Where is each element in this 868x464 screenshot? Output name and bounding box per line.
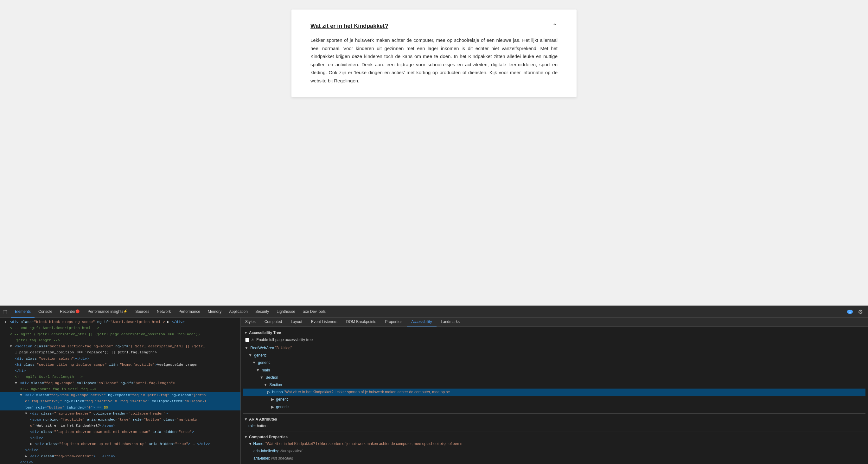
- faq-title-prefix: Wat zit er in het: [310, 23, 354, 29]
- faq-title-link: Kindpakket: [354, 23, 384, 29]
- chevron-up-icon[interactable]: ⌃: [552, 22, 558, 30]
- faq-title: Wat zit er in het Kindpakket?: [310, 23, 388, 29]
- faq-card: Wat zit er in het Kindpakket? ⌃ Lekker s…: [291, 9, 577, 97]
- faq-header: Wat zit er in het Kindpakket? ⌃: [310, 22, 558, 30]
- page-wrapper: Wat zit er in het Kindpakket? ⌃ Lekker s…: [0, 9, 868, 268]
- faq-title-suffix: ?: [384, 23, 388, 29]
- faq-body-text: Lekker sporten of je huiswerk maken acht…: [310, 36, 558, 85]
